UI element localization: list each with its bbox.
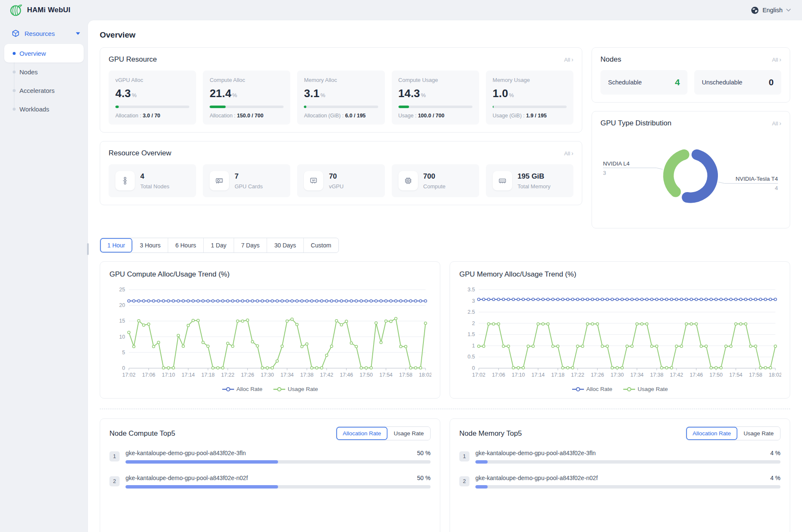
svg-text:1: 1 xyxy=(472,343,475,349)
svg-text:17:38: 17:38 xyxy=(650,372,663,378)
time-filter-1-hour[interactable]: 1 Hour xyxy=(100,238,133,252)
memory-trend-title: GPU Memory Alloc/Usage Trend (%) xyxy=(459,270,780,279)
sidebar-section-resources[interactable]: Resources xyxy=(0,24,88,42)
legend-marker-icon xyxy=(273,387,285,392)
sidebar-item-accelerators[interactable]: Accelerators xyxy=(0,81,88,100)
progress-track xyxy=(210,106,284,108)
time-filter-6-hours[interactable]: 6 Hours xyxy=(168,238,204,252)
sidebar-item-workloads[interactable]: Workloads xyxy=(0,100,88,118)
stat-tile-memory-usage: Memory Usage 1.0% Usage (GiB) : 1.9 / 19… xyxy=(486,71,573,125)
svg-text:17:34: 17:34 xyxy=(630,372,644,378)
language-label: English xyxy=(762,7,783,14)
compute-trend-chart: 051015202517:0217:0617:1017:1417:1817:22… xyxy=(109,285,431,382)
nodes-card-title: Nodes xyxy=(600,55,621,64)
sidebar-collapse-handle[interactable] xyxy=(87,243,89,255)
progress-track xyxy=(304,106,378,108)
svg-text:10: 10 xyxy=(119,334,125,340)
progress-track xyxy=(398,106,472,108)
item-dot xyxy=(13,108,16,111)
page-title: Overview xyxy=(100,30,790,40)
svg-text:2: 2 xyxy=(472,320,475,326)
legend-label: Usage Rate xyxy=(638,386,668,392)
gpu-resource-all-link[interactable]: All› xyxy=(564,57,573,63)
top5-row: 1 gke-kantaloupe-demo-gpu-pool-a843f02e-… xyxy=(109,450,431,464)
sidebar-item-label: Accelerators xyxy=(19,87,55,94)
resource-overview-tiles: 4Total Nodes 7GPU Cards xyxy=(109,164,573,197)
svg-text:17:50: 17:50 xyxy=(360,372,373,378)
compute-usage-rate-button[interactable]: Usage Rate xyxy=(387,427,430,440)
compute-top5-toggle: Allocation Rate Usage Rate xyxy=(336,426,431,440)
svg-text:5: 5 xyxy=(122,350,125,356)
sidebar-items: Overview Nodes Accelerators Workloads xyxy=(0,44,88,118)
legend-item[interactable]: Alloc Rate xyxy=(572,386,613,392)
memory-top5-toggle: Allocation Rate Usage Rate xyxy=(686,426,780,440)
gpu-resource-title: GPU Resource xyxy=(109,55,157,64)
gpu-cards-icon xyxy=(210,171,229,190)
top5-row: 1 gke-kantaloupe-demo-gpu-pool-a843f02e-… xyxy=(459,450,780,464)
svg-text:18:02: 18:02 xyxy=(769,372,781,378)
gpu-compute-trend-card: GPU Compute Alloc/Usage Trend (%) 051015… xyxy=(100,261,440,399)
svg-text:3.5: 3.5 xyxy=(468,287,475,293)
schedulable-tile: Schedulable 4 xyxy=(600,70,687,95)
time-range-filter: 1 Hour 3 Hours 6 Hours 1 Day 7 Days 30 D… xyxy=(100,238,339,253)
nodes-all-link[interactable]: All› xyxy=(772,57,781,63)
svg-text:17:18: 17:18 xyxy=(551,372,565,378)
memory-usage-rate-button[interactable]: Usage Rate xyxy=(737,427,780,440)
time-filter-custom[interactable]: Custom xyxy=(304,238,338,252)
svg-text:25: 25 xyxy=(119,287,125,293)
svg-text:0.5: 0.5 xyxy=(468,354,475,360)
legend-item[interactable]: Usage Rate xyxy=(273,386,318,392)
legend-item[interactable]: Alloc Rate xyxy=(222,386,263,392)
legend-item[interactable]: Usage Rate xyxy=(623,386,668,392)
rank-badge: 1 xyxy=(109,451,120,461)
svg-text:18:02: 18:02 xyxy=(419,372,431,378)
progress-track xyxy=(493,106,567,108)
ro-tile-total-nodes: 4Total Nodes xyxy=(109,164,196,197)
chevron-down-icon xyxy=(786,8,791,12)
resource-overview-all-link[interactable]: All› xyxy=(564,150,573,157)
memory-allocation-rate-button[interactable]: Allocation Rate xyxy=(686,427,737,440)
time-filter-30-days[interactable]: 30 Days xyxy=(267,238,303,252)
compute-top5-title: Node Compute Top5 xyxy=(109,429,175,438)
progress-track xyxy=(475,460,780,464)
svg-text:17:14: 17:14 xyxy=(532,372,545,378)
node-memory-top5-card: Node Memory Top5 Allocation Rate Usage R… xyxy=(450,418,790,532)
svg-text:17:02: 17:02 xyxy=(472,372,485,378)
gpu-type-donut-chart: NVIDIA L43NVIDIA-Tesla T44 xyxy=(600,131,780,219)
node-value: 4 % xyxy=(770,450,780,456)
time-filter-3-hours[interactable]: 3 Hours xyxy=(133,238,168,252)
svg-text:15: 15 xyxy=(119,318,125,324)
sidebar-item-label: Overview xyxy=(19,50,46,57)
progress-track xyxy=(125,460,431,464)
stat-tile-compute-usage: Compute Usage 14.3% Usage : 100.0 / 700 xyxy=(392,71,479,125)
sidebar-item-label: Workloads xyxy=(19,106,49,113)
sidebar: Resources Overview Nodes Accelerators Wo… xyxy=(0,20,88,532)
ro-tile-gpu-cards: 7GPU Cards xyxy=(203,164,290,197)
vgpu-icon xyxy=(304,171,323,190)
time-filter-7-days[interactable]: 7 Days xyxy=(234,238,267,252)
node-value: 50 % xyxy=(417,475,431,481)
svg-text:0: 0 xyxy=(122,365,125,371)
svg-text:17:10: 17:10 xyxy=(162,372,175,378)
progress-track xyxy=(115,106,189,108)
stat-tile-compute-alloc: Compute Alloc 21.4% Allocation : 150.0 /… xyxy=(203,71,290,125)
compute-trend-legend: Alloc Rate Usage Rate xyxy=(109,386,431,392)
sidebar-item-nodes[interactable]: Nodes xyxy=(0,62,88,81)
language-selector[interactable]: English xyxy=(751,6,791,14)
svg-text:1.5: 1.5 xyxy=(468,331,475,337)
progress-fill xyxy=(475,460,488,464)
node-name: gke-kantaloupe-demo-gpu-pool-a843f02e-3f… xyxy=(475,450,596,456)
svg-text:17:18: 17:18 xyxy=(202,372,215,378)
svg-text:17:38: 17:38 xyxy=(300,372,314,378)
progress-fill xyxy=(304,106,306,108)
legend-label: Alloc Rate xyxy=(586,386,613,392)
sidebar-item-overview[interactable]: Overview xyxy=(4,44,84,62)
gpu-memory-trend-card: GPU Memory Alloc/Usage Trend (%) 00.511.… xyxy=(450,261,790,399)
chevron-right-icon: › xyxy=(779,57,781,62)
svg-text:NVIDIA-Tesla T4: NVIDIA-Tesla T4 xyxy=(736,176,778,182)
gpu-type-all-link[interactable]: All› xyxy=(772,120,781,127)
svg-text:17:58: 17:58 xyxy=(749,372,762,378)
memory-top5-title: Node Memory Top5 xyxy=(459,429,522,438)
compute-allocation-rate-button[interactable]: Allocation Rate xyxy=(336,427,387,440)
time-filter-1-day[interactable]: 1 Day xyxy=(204,238,234,252)
